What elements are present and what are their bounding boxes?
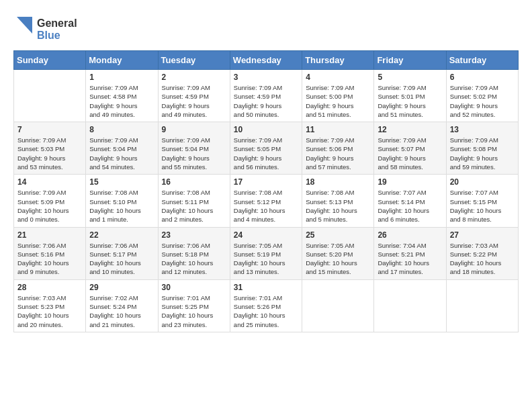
day-info: Sunrise: 7:09 AM Sunset: 5:03 PM Dayligh… [17, 136, 82, 171]
day-number: 12 [378, 125, 442, 134]
day-number: 22 [89, 230, 154, 240]
day-number: 30 [162, 283, 226, 292]
weekday-header-friday: Friday [374, 51, 446, 70]
calendar-cell: 19Sunrise: 7:07 AM Sunset: 5:14 PM Dayli… [374, 175, 446, 227]
day-info: Sunrise: 7:08 AM Sunset: 5:12 PM Dayligh… [234, 188, 298, 224]
calendar-cell: 27Sunrise: 7:03 AM Sunset: 5:22 PM Dayli… [446, 227, 518, 279]
calendar-cell: 13Sunrise: 7:09 AM Sunset: 5:08 PM Dayli… [446, 122, 518, 175]
day-info: Sunrise: 7:09 AM Sunset: 5:07 PM Dayligh… [378, 136, 442, 171]
calendar-cell: 26Sunrise: 7:04 AM Sunset: 5:21 PM Dayli… [374, 227, 446, 279]
logo: GeneralBlue [13, 13, 101, 44]
day-info: Sunrise: 7:03 AM Sunset: 5:22 PM Dayligh… [450, 241, 515, 277]
day-number: 4 [306, 73, 370, 82]
day-info: Sunrise: 7:06 AM Sunset: 5:17 PM Dayligh… [89, 241, 154, 277]
day-info: Sunrise: 7:02 AM Sunset: 5:24 PM Dayligh… [89, 293, 154, 329]
day-number: 27 [450, 230, 515, 240]
day-info: Sunrise: 7:08 AM Sunset: 5:11 PM Dayligh… [162, 188, 226, 224]
day-number: 23 [162, 230, 226, 240]
calendar-cell: 9Sunrise: 7:09 AM Sunset: 5:04 PM Daylig… [158, 122, 230, 175]
day-info: Sunrise: 7:09 AM Sunset: 5:08 PM Dayligh… [450, 136, 515, 171]
day-info: Sunrise: 7:06 AM Sunset: 5:18 PM Dayligh… [162, 241, 226, 277]
day-number: 16 [162, 177, 226, 187]
day-number: 24 [234, 230, 298, 240]
calendar-cell: 30Sunrise: 7:01 AM Sunset: 5:25 PM Dayli… [158, 279, 230, 332]
calendar-cell: 21Sunrise: 7:06 AM Sunset: 5:16 PM Dayli… [14, 227, 86, 279]
calendar-cell: 5Sunrise: 7:09 AM Sunset: 5:01 PM Daylig… [374, 70, 446, 122]
day-number: 17 [234, 177, 298, 187]
day-number: 9 [162, 125, 226, 134]
calendar-cell: 22Sunrise: 7:06 AM Sunset: 5:17 PM Dayli… [86, 227, 158, 279]
day-info: Sunrise: 7:04 AM Sunset: 5:21 PM Dayligh… [378, 241, 442, 277]
day-info: Sunrise: 7:09 AM Sunset: 5:00 PM Dayligh… [306, 83, 370, 119]
weekday-header-saturday: Saturday [446, 51, 518, 70]
day-info: Sunrise: 7:07 AM Sunset: 5:14 PM Dayligh… [378, 188, 442, 224]
day-number: 6 [450, 73, 515, 82]
weekday-header-row: SundayMondayTuesdayWednesdayThursdayFrid… [14, 51, 519, 70]
day-info: Sunrise: 7:07 AM Sunset: 5:15 PM Dayligh… [450, 188, 515, 224]
day-info: Sunrise: 7:09 AM Sunset: 5:04 PM Dayligh… [89, 136, 154, 171]
calendar-cell: 17Sunrise: 7:08 AM Sunset: 5:12 PM Dayli… [230, 175, 302, 227]
day-info: Sunrise: 7:09 AM Sunset: 5:04 PM Dayligh… [162, 136, 226, 171]
page-header: GeneralBlue [13, 13, 519, 44]
calendar-cell: 14Sunrise: 7:09 AM Sunset: 5:09 PM Dayli… [14, 175, 86, 227]
day-info: Sunrise: 7:09 AM Sunset: 4:58 PM Dayligh… [89, 83, 154, 119]
day-info: Sunrise: 7:01 AM Sunset: 5:26 PM Dayligh… [234, 293, 298, 329]
day-number: 15 [89, 177, 154, 187]
day-number: 5 [378, 73, 442, 82]
calendar-cell: 6Sunrise: 7:09 AM Sunset: 5:02 PM Daylig… [446, 70, 518, 122]
calendar-cell: 8Sunrise: 7:09 AM Sunset: 5:04 PM Daylig… [86, 122, 158, 175]
day-number: 19 [378, 177, 442, 187]
day-info: Sunrise: 7:09 AM Sunset: 4:59 PM Dayligh… [234, 83, 298, 119]
calendar-cell: 31Sunrise: 7:01 AM Sunset: 5:26 PM Dayli… [230, 279, 302, 332]
weekday-header-monday: Monday [86, 51, 158, 70]
calendar-cell: 12Sunrise: 7:09 AM Sunset: 5:07 PM Dayli… [374, 122, 446, 175]
day-number: 14 [17, 177, 82, 187]
day-number: 1 [89, 73, 154, 82]
weekday-header-tuesday: Tuesday [158, 51, 230, 70]
day-number: 26 [378, 230, 442, 240]
day-number: 13 [450, 125, 515, 134]
day-info: Sunrise: 7:03 AM Sunset: 5:23 PM Dayligh… [17, 293, 82, 329]
calendar-cell: 29Sunrise: 7:02 AM Sunset: 5:24 PM Dayli… [86, 279, 158, 332]
day-number: 21 [17, 230, 82, 240]
svg-text:Blue: Blue [37, 30, 60, 41]
day-info: Sunrise: 7:09 AM Sunset: 5:05 PM Dayligh… [234, 136, 298, 171]
day-number: 20 [450, 177, 515, 187]
calendar-cell: 15Sunrise: 7:08 AM Sunset: 5:10 PM Dayli… [86, 175, 158, 227]
week-row-5: 28Sunrise: 7:03 AM Sunset: 5:23 PM Dayli… [14, 279, 519, 332]
calendar-cell: 3Sunrise: 7:09 AM Sunset: 4:59 PM Daylig… [230, 70, 302, 122]
day-number: 2 [162, 73, 226, 82]
day-info: Sunrise: 7:09 AM Sunset: 5:06 PM Dayligh… [306, 136, 370, 171]
calendar-cell: 1Sunrise: 7:09 AM Sunset: 4:58 PM Daylig… [86, 70, 158, 122]
day-info: Sunrise: 7:09 AM Sunset: 4:59 PM Dayligh… [162, 83, 226, 119]
calendar-cell: 2Sunrise: 7:09 AM Sunset: 4:59 PM Daylig… [158, 70, 230, 122]
svg-text:General: General [37, 17, 77, 29]
calendar-cell [14, 70, 86, 122]
weekday-header-wednesday: Wednesday [230, 51, 302, 70]
day-number: 29 [89, 283, 154, 292]
calendar-cell: 10Sunrise: 7:09 AM Sunset: 5:05 PM Dayli… [230, 122, 302, 175]
calendar-cell [446, 279, 518, 332]
calendar-cell: 4Sunrise: 7:09 AM Sunset: 5:00 PM Daylig… [302, 70, 374, 122]
calendar-cell: 24Sunrise: 7:05 AM Sunset: 5:19 PM Dayli… [230, 227, 302, 279]
day-number: 31 [234, 283, 298, 292]
calendar-cell: 18Sunrise: 7:08 AM Sunset: 5:13 PM Dayli… [302, 175, 374, 227]
calendar-cell: 20Sunrise: 7:07 AM Sunset: 5:15 PM Dayli… [446, 175, 518, 227]
day-info: Sunrise: 7:01 AM Sunset: 5:25 PM Dayligh… [162, 293, 226, 329]
weekday-header-sunday: Sunday [14, 51, 86, 70]
weekday-header-thursday: Thursday [302, 51, 374, 70]
calendar-cell: 7Sunrise: 7:09 AM Sunset: 5:03 PM Daylig… [14, 122, 86, 175]
day-number: 3 [234, 73, 298, 82]
day-info: Sunrise: 7:09 AM Sunset: 5:01 PM Dayligh… [378, 83, 442, 119]
calendar-cell [302, 279, 374, 332]
day-info: Sunrise: 7:06 AM Sunset: 5:16 PM Dayligh… [17, 241, 82, 277]
day-info: Sunrise: 7:09 AM Sunset: 5:02 PM Dayligh… [450, 83, 515, 119]
day-number: 8 [89, 125, 154, 134]
day-info: Sunrise: 7:08 AM Sunset: 5:10 PM Dayligh… [89, 188, 154, 224]
calendar-cell: 23Sunrise: 7:06 AM Sunset: 5:18 PM Dayli… [158, 227, 230, 279]
week-row-2: 7Sunrise: 7:09 AM Sunset: 5:03 PM Daylig… [14, 122, 519, 175]
day-info: Sunrise: 7:05 AM Sunset: 5:19 PM Dayligh… [234, 241, 298, 277]
calendar-cell [374, 279, 446, 332]
calendar-cell: 11Sunrise: 7:09 AM Sunset: 5:06 PM Dayli… [302, 122, 374, 175]
calendar-cell: 28Sunrise: 7:03 AM Sunset: 5:23 PM Dayli… [14, 279, 86, 332]
